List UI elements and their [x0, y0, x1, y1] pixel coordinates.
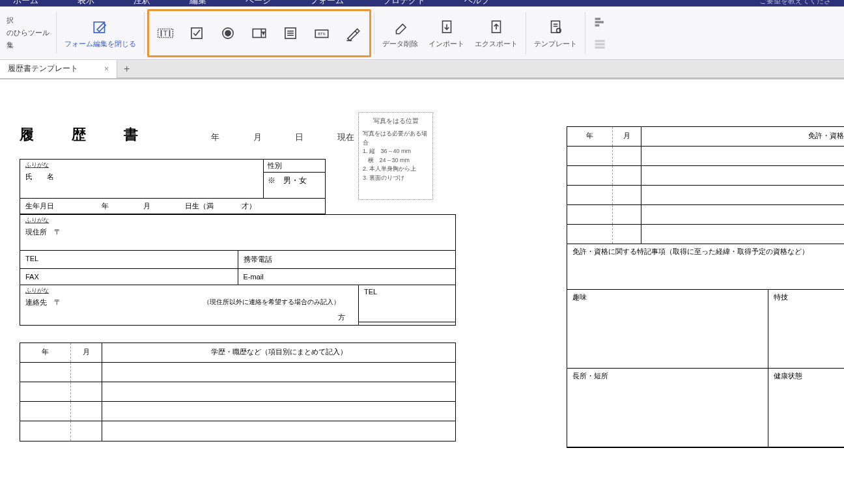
ribbon-separator: [585, 12, 585, 54]
license-month-header: 月: [613, 127, 641, 146]
contact-suffix: 方: [20, 310, 358, 325]
date-day: 日: [295, 132, 303, 142]
import-button[interactable]: インポート: [423, 7, 470, 59]
furigana-label-1: ふりがな: [20, 160, 263, 169]
list-box-tool[interactable]: [281, 23, 300, 43]
text-field-tool[interactable]: T: [156, 23, 175, 43]
license-note: 免許・資格に関する特記事項（取得に至った経緯・取得予定の資格など）: [567, 244, 844, 290]
photo-l3: 2.本人単身胸から上: [363, 165, 429, 174]
gender-value: ※ 男・女: [264, 173, 325, 189]
history-month-header: 月: [71, 343, 102, 362]
form-edit-icon: [90, 17, 111, 38]
menu-comment[interactable]: 注釈: [134, 0, 150, 7]
menu-home[interactable]: ホーム: [13, 0, 38, 7]
document-canvas[interactable]: 履 歴 書 年 月 日 現在 写真をはる位置 写真をはる必要がある場合 1.縦 …: [0, 78, 844, 497]
radio-button-tool[interactable]: [218, 23, 238, 43]
svg-rect-28: [595, 46, 605, 48]
table-row: [567, 166, 844, 186]
address-label: 現住所 〒: [20, 225, 455, 251]
menu-view[interactable]: 表示: [77, 0, 94, 7]
export-button[interactable]: エクスポート: [470, 7, 523, 59]
license-year-header: 年: [567, 127, 613, 146]
search-hint[interactable]: ご要望を教えてくださ: [759, 0, 831, 6]
history-year-header: 年: [20, 343, 71, 362]
tabbar: 履歴書テンプレート × +: [0, 60, 844, 78]
svg-text:T: T: [163, 29, 168, 37]
tel-label: TEL: [20, 251, 238, 268]
date-month: 月: [253, 132, 262, 142]
ribbon-separator: [144, 12, 145, 54]
license-header-row: 年 月 免許・資格: [567, 127, 844, 147]
trunc-select[interactable]: 択: [7, 16, 49, 25]
table-row: [567, 186, 844, 205]
email-label: E-mail: [238, 269, 456, 285]
form-tools-highlight: T BTN: [147, 9, 371, 57]
menu-protect[interactable]: プロテクト: [383, 0, 425, 7]
table-row: [20, 363, 455, 382]
address-box: ふりがな 現住所 〒 TEL 携帯電話 FAX E-mail ふりがな 連絡先 …: [20, 214, 456, 326]
menu-edit[interactable]: 編集: [190, 0, 206, 7]
tab-close-icon[interactable]: ×: [104, 64, 109, 74]
import-icon: [436, 17, 457, 38]
menubar: ホーム 表示 注釈 編集 ページ フォーム プロテクト ヘルプ ご要望を教えてく…: [0, 0, 844, 7]
date-year: 年: [211, 132, 219, 142]
svg-text:BTN: BTN: [318, 32, 325, 36]
template-label: テンプレート: [534, 39, 577, 49]
export-icon: [486, 17, 507, 38]
contact-tel-label: TEL: [358, 285, 456, 322]
document-tab[interactable]: 履歴書テンプレート ×: [0, 60, 117, 78]
align-tool-1[interactable]: [592, 14, 609, 31]
checkbox-tool[interactable]: [187, 23, 206, 43]
menu-page[interactable]: ページ: [246, 0, 271, 7]
date-current: 現在: [337, 132, 354, 142]
trunc-edit[interactable]: 集: [7, 40, 49, 50]
tab-title: 履歴書テンプレート: [8, 63, 78, 74]
license-table: 年 月 免許・資格 免許・資格に関する特記事項（取得に至った経緯・取得予定の資格…: [567, 126, 844, 448]
signature-tool[interactable]: [343, 23, 363, 43]
close-form-edit-label: フォーム編集を閉じる: [64, 39, 136, 49]
history-table: 年 月 学歴・職歴など（項目別にまとめて記入）: [20, 343, 456, 441]
history-desc-header: 学歴・職歴など（項目別にまとめて記入）: [102, 343, 455, 362]
svg-rect-23: [595, 18, 600, 20]
close-form-edit-button[interactable]: フォーム編集を閉じる: [59, 7, 141, 59]
gender-cell: 性別 ※ 男・女: [263, 160, 325, 198]
menu-form[interactable]: フォーム: [310, 0, 344, 7]
template-icon: [545, 17, 566, 38]
fax-label: FAX: [20, 269, 238, 285]
combo-box-tool[interactable]: [249, 23, 269, 43]
template-button[interactable]: テンプレート: [529, 7, 582, 59]
data-delete-label: データ削除: [382, 39, 418, 49]
data-delete-button[interactable]: データ削除: [377, 7, 423, 59]
license-desc-header: 免許・資格: [641, 127, 844, 146]
trunc-hand-tool[interactable]: のひらツール: [7, 28, 49, 38]
export-label: エクスポート: [475, 39, 518, 49]
name-label: 氏 名: [20, 169, 263, 198]
photo-l1: 1.縦 36～40 mm: [363, 147, 429, 156]
svg-rect-26: [595, 40, 605, 42]
ribbon-separator: [526, 12, 526, 54]
table-row: [20, 421, 455, 441]
contact-label: 連絡先 〒 （現住所以外に連絡を希望する場合のみ記入）: [20, 295, 358, 310]
align-tool-2[interactable]: [592, 36, 609, 53]
ribbon: 択 のひらツール 集 フォーム編集を閉じる T BTN: [0, 7, 844, 60]
photo-placeholder: 写真をはる位置 写真をはる必要がある場合 1.縦 36～40 mm 横 24～3…: [358, 112, 433, 200]
ribbon-separator: [56, 12, 57, 54]
svg-rect-27: [595, 43, 605, 45]
tab-add-button[interactable]: +: [117, 63, 136, 75]
import-label: インポート: [429, 39, 464, 49]
page-left: 履 歴 書 年 月 日 現在 写真をはる位置 写真をはる必要がある場合 1.縦 …: [20, 125, 488, 441]
gender-label: 性別: [264, 160, 325, 173]
strength-health-row: 長所・短所 健康状態: [567, 369, 844, 447]
photo-l2: 横 24～30 mm: [363, 156, 429, 165]
health-label: 健康状態: [768, 369, 844, 447]
mobile-label: 携帯電話: [238, 251, 456, 268]
table-row: [567, 205, 844, 225]
svg-point-7: [225, 30, 231, 35]
furigana-label-2: ふりがな: [20, 215, 455, 225]
hobby-skill-row: 趣味 特技: [567, 290, 844, 369]
menu-help[interactable]: ヘルプ: [464, 0, 490, 7]
page-right: 年 月 免許・資格 免許・資格に関する特記事項（取得に至った経緯・取得予定の資格…: [567, 126, 844, 448]
align-tools: [588, 14, 613, 53]
button-tool[interactable]: BTN: [312, 23, 331, 43]
date-line: 年 月 日 現在: [195, 132, 370, 143]
